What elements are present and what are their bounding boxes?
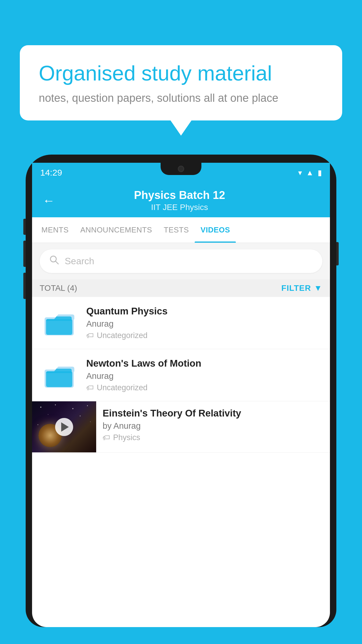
volume-up-button bbox=[23, 241, 26, 267]
play-button[interactable] bbox=[55, 418, 73, 436]
phone-outer: 14:29 ▾ ▲ ▮ ← Physics Batch 12 IIT JEE P… bbox=[26, 155, 336, 627]
header-title: Physics Batch 12 bbox=[62, 189, 297, 202]
tag-icon: 🏷 bbox=[86, 331, 94, 340]
battery-icon: ▮ bbox=[318, 168, 322, 177]
back-button[interactable]: ← bbox=[43, 194, 55, 208]
speech-bubble: Organised study material notes, question… bbox=[20, 45, 342, 120]
video-thumbnail bbox=[32, 401, 96, 452]
video-author: by Anurag bbox=[103, 421, 324, 431]
video-title: Einstein's Theory Of Relativity bbox=[103, 408, 324, 419]
tab-tests[interactable]: TESTS bbox=[158, 217, 195, 243]
total-count-label: TOTAL (4) bbox=[40, 284, 77, 293]
svg-line-1 bbox=[55, 261, 58, 264]
svg-point-10 bbox=[48, 414, 48, 415]
video-author: Anurag bbox=[86, 319, 322, 329]
tab-ments[interactable]: MENTS bbox=[36, 217, 75, 243]
tabs-row: MENTS ANNOUNCEMENTS TESTS VIDEOS bbox=[32, 217, 330, 243]
bubble-title: Organised study material bbox=[39, 61, 323, 85]
bubble-subtitle: notes, question papers, solutions all at… bbox=[39, 92, 323, 104]
list-item[interactable]: Newton's Laws of Motion Anurag 🏷 Uncateg… bbox=[32, 349, 330, 401]
video-title: Quantum Physics bbox=[86, 306, 322, 317]
search-bar-container: Search bbox=[32, 243, 330, 279]
video-list: Quantum Physics Anurag 🏷 Uncategorized bbox=[32, 297, 330, 453]
play-icon bbox=[61, 422, 69, 432]
phone-screen: ← Physics Batch 12 IIT JEE Physics MENTS… bbox=[32, 183, 330, 627]
camera-dot bbox=[178, 166, 184, 172]
signal-icon: ▲ bbox=[306, 168, 314, 177]
svg-point-8 bbox=[72, 408, 73, 409]
status-bar: 14:29 ▾ ▲ ▮ bbox=[32, 163, 330, 183]
search-bar[interactable]: Search bbox=[40, 249, 322, 273]
notch bbox=[161, 163, 201, 175]
list-item[interactable]: Einstein's Theory Of Relativity by Anura… bbox=[32, 401, 330, 453]
video-info: Einstein's Theory Of Relativity by Anura… bbox=[96, 401, 330, 449]
filter-row: TOTAL (4) FILTER ▼ bbox=[32, 279, 330, 297]
svg-point-7 bbox=[55, 405, 56, 405]
phone-mockup: 14:29 ▾ ▲ ▮ ← Physics Batch 12 IIT JEE P… bbox=[26, 155, 336, 644]
folder-thumbnail bbox=[40, 360, 78, 391]
svg-point-12 bbox=[90, 421, 91, 422]
search-input-placeholder[interactable]: Search bbox=[65, 256, 94, 267]
filter-funnel-icon: ▼ bbox=[314, 284, 322, 293]
tab-announcements[interactable]: ANNOUNCEMENTS bbox=[75, 217, 158, 243]
video-tag-row: 🏷 Uncategorized bbox=[86, 331, 322, 340]
status-time: 14:29 bbox=[40, 168, 62, 178]
svg-rect-3 bbox=[46, 319, 72, 335]
video-category: Uncategorized bbox=[97, 331, 147, 340]
folder-thumbnail bbox=[40, 308, 78, 338]
video-info: Quantum Physics Anurag 🏷 Uncategorized bbox=[86, 306, 322, 340]
list-item[interactable]: Quantum Physics Anurag 🏷 Uncategorized bbox=[32, 297, 330, 349]
tab-videos[interactable]: VIDEOS bbox=[195, 217, 236, 243]
tag-icon: 🏷 bbox=[103, 433, 110, 442]
tag-icon: 🏷 bbox=[86, 383, 94, 392]
header-subtitle: IIT JEE Physics bbox=[62, 203, 297, 212]
status-icons: ▾ ▲ ▮ bbox=[298, 168, 322, 177]
video-title: Newton's Laws of Motion bbox=[86, 358, 322, 369]
header-title-block: Physics Batch 12 IIT JEE Physics bbox=[62, 189, 297, 212]
video-author: Anurag bbox=[86, 371, 322, 381]
app-header: ← Physics Batch 12 IIT JEE Physics bbox=[32, 183, 330, 217]
video-category: Physics bbox=[113, 433, 140, 442]
svg-point-11 bbox=[80, 416, 81, 416]
search-icon bbox=[49, 255, 59, 268]
svg-point-6 bbox=[40, 407, 41, 408]
filter-button[interactable]: FILTER ▼ bbox=[281, 284, 322, 293]
video-info: Newton's Laws of Motion Anurag 🏷 Uncateg… bbox=[86, 358, 322, 392]
silent-button bbox=[23, 219, 26, 235]
power-button bbox=[336, 242, 339, 265]
volume-down-button bbox=[23, 273, 26, 299]
video-tag-row: 🏷 Physics bbox=[103, 433, 324, 442]
video-category: Uncategorized bbox=[97, 383, 147, 392]
svg-point-9 bbox=[87, 405, 88, 406]
speech-bubble-section: Organised study material notes, question… bbox=[20, 45, 342, 120]
wifi-icon: ▾ bbox=[298, 168, 302, 177]
svg-rect-5 bbox=[46, 371, 72, 387]
svg-point-14 bbox=[38, 424, 38, 425]
video-tag-row: 🏷 Uncategorized bbox=[86, 383, 322, 392]
